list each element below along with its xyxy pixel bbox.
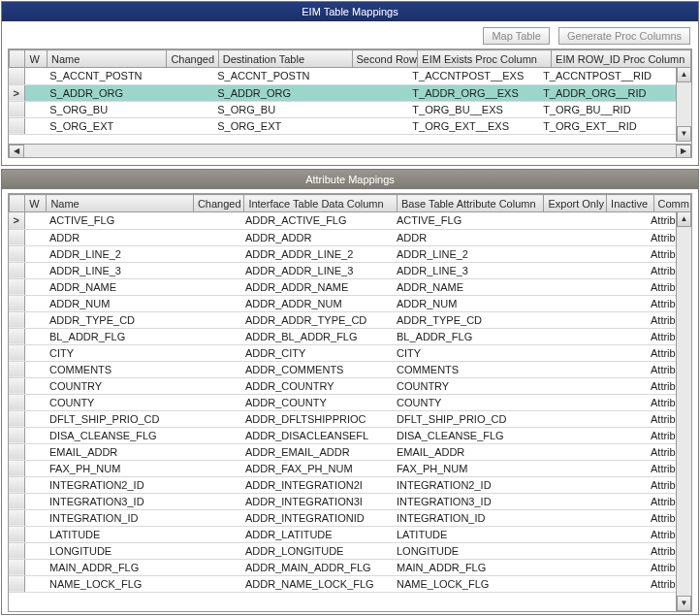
attr-col-8[interactable]: Comm (653, 195, 690, 212)
table-row[interactable]: INTEGRATION2_IDADDR_INTEGRATION2IINTEGRA… (9, 476, 676, 493)
eim-grid-header: WNameChangedDestination TableSecond RowE… (9, 49, 691, 68)
eim-title: EIM Table Mappings (2, 2, 698, 21)
eim-grid[interactable]: WNameChangedDestination TableSecond RowE… (8, 49, 692, 158)
eim-grid-body[interactable]: S_ACCNT_POSTNS_ACCNT_POSTNT_ACCNTPOST__E… (9, 68, 676, 135)
table-row[interactable]: COUNTYADDR_COUNTYCOUNTYAttribu (9, 394, 676, 410)
eim-col-6[interactable]: EIM Exists Proc Column (418, 50, 552, 68)
table-row[interactable]: COUNTRYADDR_COUNTRYCOUNTRYAttribu (9, 377, 676, 394)
table-row[interactable]: COMMENTSADDR_COMMENTSCOMMENTSAttribu (9, 361, 676, 377)
eim-col-7[interactable]: EIM ROW_ID Proc Column (552, 50, 691, 68)
eim-button-row: Map Table Generate Proc Columns (2, 21, 698, 49)
table-row[interactable]: FAX_PH_NUMADDR_FAX_PH_NUMFAX_PH_NUMAttri… (9, 460, 676, 476)
attr-col-4[interactable]: Interface Table Data Column (244, 195, 398, 212)
scroll-down-icon[interactable]: ▼ (677, 126, 691, 142)
table-row[interactable]: ADDR_NAMEADDR_ADDR_NAMEADDR_NAMEAttribu (9, 278, 676, 295)
table-row[interactable]: LONGITUDEADDR_LONGITUDELONGITUDEAttribu (9, 542, 676, 559)
attr-col-7[interactable]: Inactive (607, 195, 653, 212)
table-row[interactable]: EMAIL_ADDRADDR_EMAIL_ADDREMAIL_ADDRAttri… (9, 443, 676, 460)
table-row[interactable]: ADDR_LINE_2ADDR_ADDR_LINE_2ADDR_LINE_2At… (9, 245, 676, 262)
scroll-right-icon[interactable]: ▶ (676, 145, 691, 158)
table-row[interactable]: ADDR_TYPE_CDADDR_ADDR_TYPE_CDADDR_TYPE_C… (9, 311, 676, 328)
eim-col-0[interactable] (10, 50, 25, 68)
table-row[interactable]: S_ACCNT_POSTNS_ACCNT_POSTNT_ACCNTPOST__E… (9, 68, 676, 84)
table-row[interactable]: LATITUDEADDR_LATITUDELATITUDEAttribu (9, 526, 676, 542)
eim-col-2[interactable]: Name (48, 50, 167, 68)
eim-col-5[interactable]: Second Row (352, 50, 418, 68)
attr-col-6[interactable]: Export Only (544, 195, 607, 212)
attr-title: Attribute Mappings (2, 170, 698, 189)
table-row[interactable]: INTEGRATION_IDADDR_INTEGRATIONIDINTEGRAT… (9, 509, 676, 526)
row-pointer-icon: > (14, 87, 19, 99)
table-row[interactable]: ADDRADDR_ADDRADDRAttribu (9, 229, 676, 245)
attr-col-0[interactable] (10, 195, 25, 212)
scroll-left-icon[interactable]: ◀ (9, 145, 24, 158)
table-row[interactable]: >S_ADDR_ORGS_ADDR_ORGT_ADDR_ORG__EXST_AD… (9, 84, 676, 101)
table-row[interactable]: ADDR_NUMADDR_ADDR_NUMADDR_NUMAttribu (9, 295, 676, 311)
eim-col-3[interactable]: Changed (167, 50, 218, 68)
table-row[interactable]: DISA_CLEANSE_FLGADDR_DISACLEANSEFLDISA_C… (9, 427, 676, 443)
attribute-mappings-panel: Attribute Mappings WNameChangedInterface… (1, 169, 699, 615)
table-row[interactable]: MAIN_ADDR_FLGADDR_MAIN_ADDR_FLGMAIN_ADDR… (9, 559, 676, 575)
table-row[interactable]: >ACTIVE_FLGADDR_ACTIVE_FLGACTIVE_FLGAttr… (9, 212, 676, 229)
attr-col-2[interactable]: Name (47, 195, 194, 212)
row-pointer-icon: > (14, 214, 19, 226)
attr-vscroll[interactable]: ▲ ▼ (676, 211, 691, 611)
table-row[interactable]: DFLT_SHIP_PRIO_CDADDR_DFLTSHIPPRIOCDFLT_… (9, 410, 676, 427)
scroll-down-icon[interactable]: ▼ (677, 596, 691, 611)
eim-table-mappings-panel: EIM Table Mappings Map Table Generate Pr… (1, 1, 699, 166)
attr-col-3[interactable]: Changed (193, 195, 244, 212)
table-row[interactable]: INTEGRATION3_IDADDR_INTEGRATION3IINTEGRA… (9, 493, 676, 509)
map-table-button[interactable]: Map Table (483, 27, 550, 45)
attr-grid-header: WNameChangedInterface Table Data ColumnB… (9, 194, 691, 212)
table-row[interactable]: ADDR_LINE_3ADDR_ADDR_LINE_3ADDR_LINE_3At… (9, 262, 676, 278)
generate-proc-columns-button[interactable]: Generate Proc Columns (558, 27, 690, 45)
attr-col-1[interactable]: W (25, 195, 47, 212)
eim-hscroll[interactable]: ◀ ▶ (9, 144, 691, 158)
scroll-up-icon[interactable]: ▲ (677, 211, 691, 227)
scroll-up-icon[interactable]: ▲ (677, 67, 691, 82)
table-row[interactable]: BL_ADDR_FLGADDR_BL_ADDR_FLGBL_ADDR_FLGAt… (9, 328, 676, 344)
table-row[interactable]: CITYADDR_CITYCITYAttribu (9, 344, 676, 361)
attr-grid-body[interactable]: >ACTIVE_FLGADDR_ACTIVE_FLGACTIVE_FLGAttr… (9, 212, 676, 593)
table-row[interactable]: S_ORG_BUS_ORG_BUT_ORG_BU__EXST_ORG_BU__R… (9, 101, 676, 117)
attr-grid[interactable]: WNameChangedInterface Table Data ColumnB… (8, 193, 692, 612)
table-row[interactable]: NAME_LOCK_FLGADDR_NAME_LOCK_FLGNAME_LOCK… (9, 575, 676, 592)
eim-col-4[interactable]: Destination Table (218, 50, 352, 68)
attr-col-5[interactable]: Base Table Attribute Column (397, 195, 544, 212)
eim-vscroll[interactable]: ▲ ▼ (676, 67, 691, 142)
table-row[interactable]: S_ORG_EXTS_ORG_EXTT_ORG_EXT__EXST_ORG_EX… (9, 117, 676, 134)
eim-col-1[interactable]: W (25, 50, 48, 68)
